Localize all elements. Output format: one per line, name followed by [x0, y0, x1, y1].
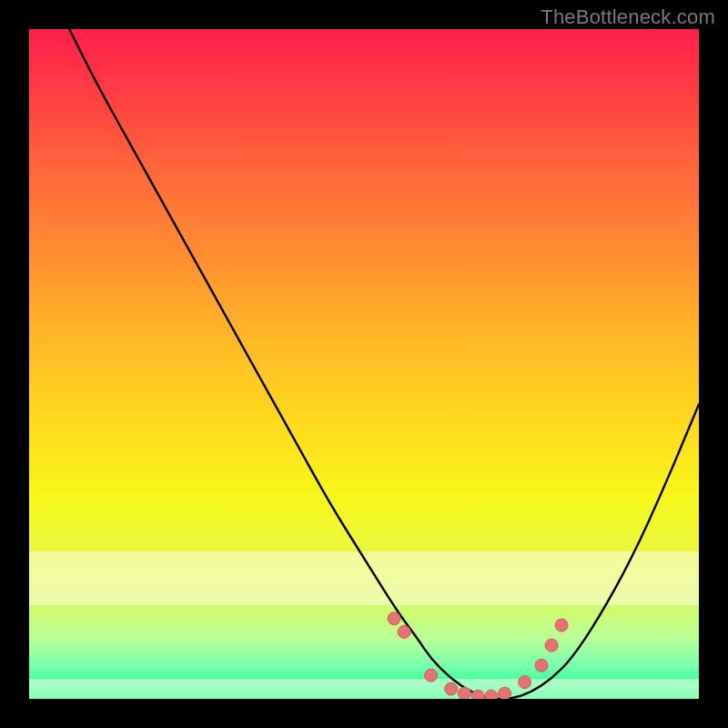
- chart-frame: TheBottleneck.com: [0, 0, 728, 728]
- plot-area: [29, 29, 699, 699]
- watermark-text: TheBottleneck.com: [541, 5, 715, 29]
